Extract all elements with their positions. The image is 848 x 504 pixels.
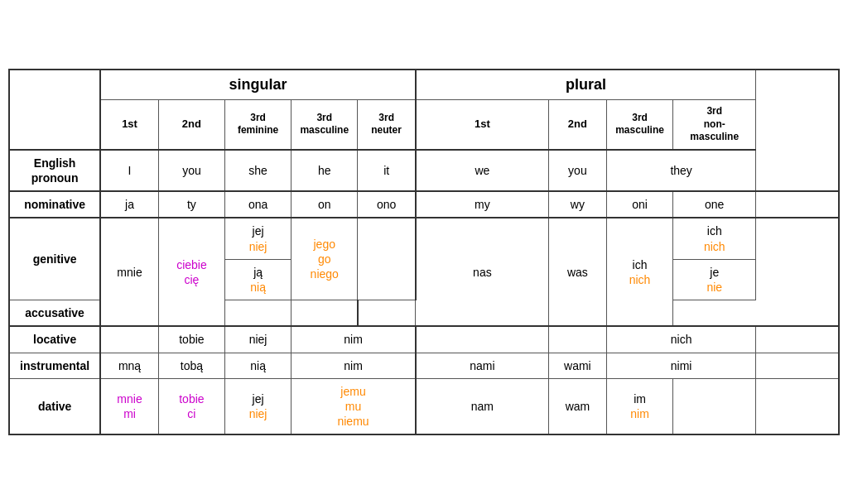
col-p2: 2nd (548, 100, 606, 150)
dat-p2: wam (548, 378, 606, 434)
acc-s3f: jąnią (225, 259, 292, 300)
nom-s1: ja (100, 191, 158, 218)
dative-label: dative (9, 378, 100, 434)
gen-p1: nas (416, 218, 548, 326)
dat-p3m: imnim (606, 378, 672, 434)
plural-header: plural (416, 70, 756, 100)
dat-p1: nam (416, 378, 548, 434)
dat-s1: mniemi (100, 378, 158, 434)
gen-s3n-empty1 (358, 218, 416, 300)
instrumental-label: instrumental (9, 353, 100, 378)
ep-p2: you (548, 150, 606, 191)
col-p3m: 3rdmasculine (606, 100, 672, 150)
col-s3m: 3rdmasculine (292, 100, 358, 150)
loc-s1 (100, 326, 158, 353)
nom-s3n: ono (358, 191, 416, 218)
nom-p1: my (416, 191, 548, 218)
gen-s3f-top: jejniej (225, 218, 292, 259)
ins-s1: mną (100, 353, 158, 378)
col-s2: 2nd (158, 100, 224, 150)
ep-s3n: it (358, 150, 416, 191)
loc-s3f: niej (225, 326, 292, 353)
nom-p2: wy (548, 191, 606, 218)
ep-p1: we (416, 150, 548, 191)
accusative-label: accusative (9, 300, 100, 327)
gen-p3m: ichnich (606, 218, 672, 326)
dat-s2: tobieci (158, 378, 224, 434)
col-s3f: 3rdfeminine (225, 100, 292, 150)
nom-p3m: oni (606, 191, 672, 218)
ins-p3: nimi (606, 353, 755, 378)
nominative-label: nominative (9, 191, 100, 218)
loc-p2 (548, 326, 606, 353)
gen-p3nm: ichnich (673, 218, 756, 259)
dat-s3f: jejniej (225, 378, 292, 434)
col-p3nm: 3rdnon-masculine (673, 100, 756, 150)
nom-s3f: ona (225, 191, 292, 218)
dat-s3mn: jemumuniemu (292, 378, 416, 434)
loc-s2: tobie (158, 326, 224, 353)
ins-s3f: nią (225, 353, 292, 378)
col-p1: 1st (416, 100, 548, 150)
nom-s2: ty (158, 191, 224, 218)
loc-p1 (416, 326, 548, 353)
ep-they: they (606, 150, 755, 191)
locative-label: locative (9, 326, 100, 353)
english-pronoun-label: Englishpronoun (9, 150, 100, 191)
nom-s3m: on (292, 191, 358, 218)
col-s3n: 3rdneuter (358, 100, 416, 150)
ep-s3f: she (225, 150, 292, 191)
ep-s2: you (158, 150, 224, 191)
gen-s1: mnie (100, 218, 158, 326)
col-s1: 1st (100, 100, 158, 150)
pronoun-table-wrapper: singular plural 1st 2nd 3rdfeminine 3rdm… (8, 69, 840, 436)
gen-p2: was (548, 218, 606, 326)
gen-s2: ciebiecię (158, 218, 224, 326)
gen-s3mn: jegogoniego (292, 218, 358, 300)
loc-s3mn: nim (292, 326, 416, 353)
ins-p2: wami (548, 353, 606, 378)
genitive-label: genitive (9, 218, 100, 300)
ins-s2: tobą (158, 353, 224, 378)
acc-s3mn (292, 300, 358, 327)
ep-s3m: he (292, 150, 358, 191)
loc-p3: nich (606, 326, 755, 353)
ep-s1: I (100, 150, 158, 191)
singular-header: singular (100, 70, 416, 100)
ins-p1: nami (416, 353, 548, 378)
top-left-empty (9, 70, 100, 150)
acc-p3nm: jenie (673, 259, 756, 300)
nom-p3nm: one (673, 191, 756, 218)
ins-s3mn: nim (292, 353, 416, 378)
